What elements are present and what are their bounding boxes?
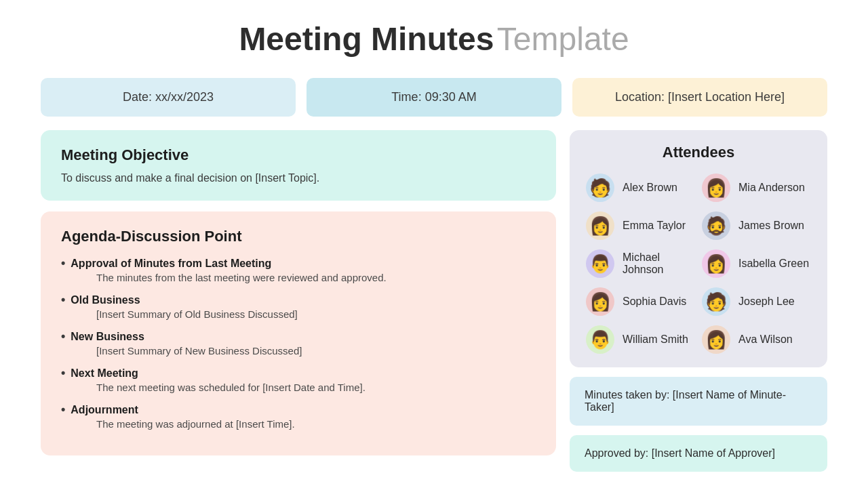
agenda-item-label: Adjournment [71,404,138,416]
agenda-item-title: • New Business [61,329,536,344]
attendee-name: Isabella Green [738,258,809,270]
bullet-icon: • [61,366,65,380]
agenda-item-title: • Approval of Minutes from Last Meeting [61,256,536,270]
agenda-item-label: New Business [71,331,144,343]
attendee: 🧔 James Brown [702,211,811,240]
agenda-item-title: • Next Meeting [61,366,536,380]
bullet-icon: • [61,293,65,307]
objective-box: Meeting Objective To discuss and make a … [41,130,556,201]
agenda-item: • Adjournment The meeting was adjourned … [61,403,536,430]
attendee: 👨 William Smith [586,325,695,354]
agenda-box: Agenda-Discussion Point • Approval of Mi… [41,211,556,455]
left-column: Meeting Objective To discuss and make a … [41,130,556,472]
agenda-item: • Next Meeting The next meeting was sche… [61,366,536,393]
info-row: Date: xx/xx/2023 Time: 09:30 AM Location… [41,78,827,117]
attendee-name: Alex Brown [623,182,677,194]
objective-text: To discuss and make a final decision on … [61,172,536,184]
agenda-item-title: • Adjournment [61,403,536,417]
attendee: 🧑 Joseph Lee [702,287,811,316]
avatar: 👩 [586,287,614,316]
main-content: Meeting Objective To discuss and make a … [41,130,827,472]
attendee-name: James Brown [738,220,804,232]
attendee-name: Mia Anderson [738,182,805,194]
attendee-name: William Smith [623,333,688,346]
title-sub: Template [497,21,629,57]
bullet-icon: • [61,329,65,344]
avatar: 👩 [702,174,730,202]
attendee: 👩 Mia Anderson [702,174,811,202]
agenda-item-desc: The meeting was adjourned at [Insert Tim… [61,418,536,430]
agenda-item-desc: [Insert Summary of New Business Discusse… [61,345,536,357]
avatar: 🧑 [586,174,614,202]
agenda-item-desc: The minutes from the last meeting were r… [61,272,536,283]
right-column: Attendees 🧑 Alex Brown 👩 Mia Anderson 👩 … [570,130,827,472]
agenda-list: • Approval of Minutes from Last Meeting … [61,256,536,430]
bullet-icon: • [61,403,65,417]
attendee: 👩 Isabella Green [702,249,811,278]
agenda-item-desc: The next meeting was scheduled for [Inse… [61,382,536,393]
avatar: 👩 [702,325,730,354]
attendee-name: Ava Wilson [738,333,793,346]
attendee: 👩 Ava Wilson [702,325,811,354]
agenda-item-desc: [Insert Summary of Old Business Discusse… [61,308,536,320]
attendee: 👨 Michael Johnson [586,249,695,278]
bullet-icon: • [61,256,65,270]
objective-heading: Meeting Objective [61,146,536,164]
attendee: 👩 Emma Taylor [586,211,695,240]
agenda-item: • Old Business [Insert Summary of Old Bu… [61,293,536,320]
attendee: 🧑 Alex Brown [586,174,695,202]
approved-by-box: Approved by: [Insert Name of Approver] [570,435,827,472]
attendee-name: Emma Taylor [623,220,686,232]
agenda-item-title: • Old Business [61,293,536,307]
location-box: Location: [Insert Location Here] [572,78,827,117]
agenda-heading: Agenda-Discussion Point [61,228,536,245]
agenda-item-label: Next Meeting [71,367,138,380]
time-box: Time: 09:30 AM [307,78,561,117]
avatar: 🧔 [702,211,730,240]
attendees-heading: Attendees [586,144,811,161]
attendee-name: Michael Johnson [623,251,695,276]
attendee: 👩 Sophia Davis [586,287,695,316]
attendee-name: Joseph Lee [738,296,795,308]
avatar: 👩 [586,211,614,240]
attendees-box: Attendees 🧑 Alex Brown 👩 Mia Anderson 👩 … [570,130,827,367]
date-box: Date: xx/xx/2023 [41,78,296,117]
agenda-item: • New Business [Insert Summary of New Bu… [61,329,536,357]
title-section: Meeting Minutes Template [41,20,827,58]
attendees-grid: 🧑 Alex Brown 👩 Mia Anderson 👩 Emma Taylo… [586,174,811,354]
agenda-item: • Approval of Minutes from Last Meeting … [61,256,536,283]
agenda-item-label: Old Business [71,294,140,306]
avatar: 👨 [586,249,614,278]
minutes-taken-box: Minutes taken by: [Insert Name of Minute… [570,377,827,426]
avatar: 🧑 [702,287,730,316]
agenda-item-label: Approval of Minutes from Last Meeting [71,258,271,270]
attendee-name: Sophia Davis [623,296,686,308]
avatar: 👩 [702,249,730,278]
avatar: 👨 [586,325,614,354]
title-main: Meeting Minutes [239,21,494,57]
